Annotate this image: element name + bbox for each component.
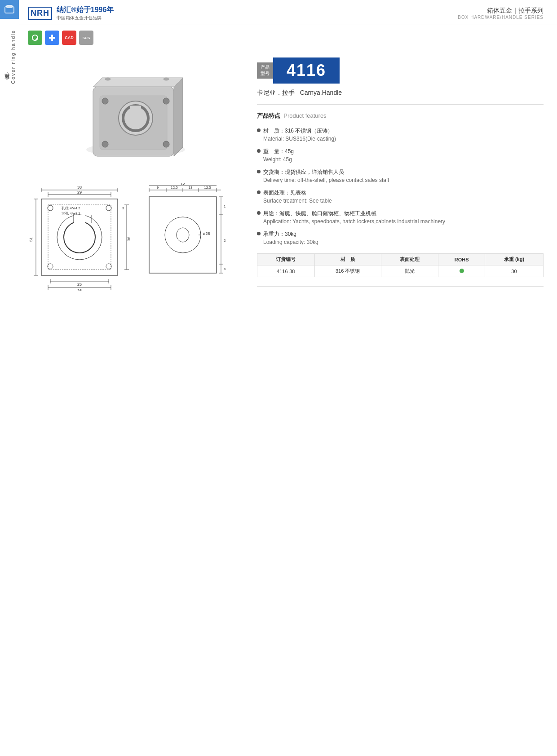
svg-marker-7 <box>174 78 183 156</box>
feature-item-application: 用途：游艇、快艇、舱口储物柜、物柜工业机械 Application: Yacht… <box>257 209 544 225</box>
svg-rect-3 <box>49 37 55 39</box>
col-surface: 表面处理 <box>381 254 438 265</box>
section-title: 产品特点 Product features <box>257 112 544 122</box>
cad-badge[interactable]: CAD <box>62 31 76 45</box>
product-image-svg <box>68 60 203 163</box>
svg-point-37 <box>106 264 111 269</box>
svg-text:ø28: ø28 <box>203 231 210 236</box>
svg-point-30 <box>64 221 95 253</box>
svg-point-17 <box>164 78 169 80</box>
feature-item-delivery: 交货期：现货供应，详洽销售人员 Delivery time: off-the-s… <box>257 168 544 184</box>
header: NRH 纳汇®始于1996年 中国箱体五金开创品牌 箱体五金｜拉手系列 BOX … <box>19 0 557 25</box>
feature-text-application: 用途：游艇、快艇、舱口储物柜、物柜工业机械 Application: Yacht… <box>263 209 445 225</box>
svg-text:沉孔 4*ø8.2: 沉孔 4*ø8.2 <box>62 212 80 216</box>
cad-label: CAD <box>65 35 74 40</box>
svg-text:26: 26 <box>77 288 82 291</box>
header-right: 箱体五金｜拉手系列 BOX HARDWARE/HANDLE SERIES <box>458 7 544 20</box>
svg-text:12.5: 12.5 <box>204 186 211 190</box>
svg-point-34 <box>48 205 53 211</box>
cell-material: 316 不锈钢 <box>314 265 381 277</box>
svg-text:孔径 4*ø4.2: 孔径 4*ø4.2 <box>62 206 80 210</box>
svg-text:12.5: 12.5 <box>171 186 178 190</box>
svg-point-13 <box>163 98 169 104</box>
cell-loading: 30 <box>485 265 543 277</box>
svg-point-15 <box>163 141 169 147</box>
bullet-icon <box>257 128 261 132</box>
bullet-icon <box>257 211 261 215</box>
nrh-logo: NRH <box>28 7 52 20</box>
col-order-number: 订货编号 <box>257 254 315 265</box>
sidebar-top-icon <box>0 0 19 19</box>
feature-list: 材 质：316 不锈钢（压铸） Material: SUS316(Die-cas… <box>257 127 544 246</box>
feature-text-surface: 表面处理：见表格 Surface treatment: See table <box>263 189 332 205</box>
feature-text-loading: 承重力：30kg Loading capacity: 30kg <box>263 230 318 246</box>
svg-point-35 <box>106 205 111 211</box>
svg-text:9: 9 <box>157 186 159 190</box>
feature-item-weight: 重 量：45g Weight: 45g <box>257 147 544 164</box>
svg-point-14 <box>102 141 108 147</box>
svg-text:51: 51 <box>29 237 33 242</box>
svg-text:29: 29 <box>77 190 82 195</box>
product-number: 4116 <box>273 57 340 84</box>
logo-area: NRH 纳汇®始于1996年 中国箱体五金开创品牌 <box>28 5 114 21</box>
svg-text:27.7: 27.7 <box>224 239 225 243</box>
product-left: 38 29 3 <box>28 53 243 294</box>
feature-item-surface: 表面处理：见表格 Surface treatment: See table <box>257 189 544 205</box>
cell-surface: 抛光 <box>381 265 438 277</box>
brand-sub: 中国箱体五金开创品牌 <box>57 15 114 21</box>
product-photo <box>64 57 208 165</box>
cell-order-number: 4116-38 <box>257 265 315 277</box>
col-loading: 承重 (kg) <box>485 254 543 265</box>
svg-point-36 <box>48 264 53 269</box>
feature-item-loading: 承重力：30kg Loading capacity: 30kg <box>257 230 544 246</box>
svg-text:25: 25 <box>77 282 82 287</box>
cell-rohs <box>438 265 485 277</box>
rohs-dot-green <box>460 269 464 273</box>
bullet-icon <box>257 232 261 235</box>
divider-1 <box>257 104 544 105</box>
svg-rect-27 <box>41 199 118 275</box>
svg-text:38: 38 <box>77 185 82 190</box>
sidebar-label: 盖环拉手 Cover ring handle <box>4 30 16 84</box>
svg-text:4.5: 4.5 <box>224 267 225 271</box>
brand-main: 纳汇®始于1996年 <box>57 5 114 15</box>
svg-rect-11 <box>130 106 141 112</box>
svg-point-12 <box>102 98 108 104</box>
feature-item-material: 材 质：316 不锈钢（压铸） Material: SUS316(Die-cas… <box>257 127 544 143</box>
tech-drawing: 38 29 3 <box>28 183 243 291</box>
feature-text-weight: 重 量：45g Weight: 45g <box>263 147 294 164</box>
spec-table: 订货编号 材 质 表面处理 ROHS 承重 (kg) 4116-38 316 不… <box>257 253 544 277</box>
product-name: 卡尼亚．拉手 Carnya.Handle <box>257 89 544 97</box>
svg-point-69 <box>165 217 201 253</box>
col-rohs: ROHS <box>438 254 485 265</box>
bullet-icon <box>257 170 261 173</box>
sus-badge[interactable]: SUS <box>79 31 93 45</box>
brand-text: 纳汇®始于1996年 中国箱体五金开创品牌 <box>57 5 114 21</box>
front-view-svg: 38 29 3 <box>28 183 136 291</box>
svg-text:12.3: 12.3 <box>224 204 225 208</box>
sus-label: SUS <box>83 36 90 40</box>
side-view-svg: 9 12.5 13 12.5 12 <box>145 183 225 291</box>
svg-rect-31 <box>74 215 85 223</box>
col-material: 材 质 <box>314 254 381 265</box>
cross-badge[interactable] <box>45 31 59 45</box>
svg-point-70 <box>177 228 189 242</box>
svg-text:3: 3 <box>122 206 124 210</box>
svg-text:13: 13 <box>189 186 193 190</box>
series-cn: 箱体五金｜拉手系列 <box>458 7 544 15</box>
main-content: NRH 纳汇®始于1996年 中国箱体五金开创品牌 箱体五金｜拉手系列 BOX … <box>19 0 557 303</box>
divider-2 <box>257 286 544 287</box>
feature-text-delivery: 交货期：现货供应，详洽销售人员 Delivery time: off-the-s… <box>263 168 389 184</box>
svg-text:36: 36 <box>127 237 131 241</box>
eco-badge[interactable] <box>28 31 42 45</box>
product-label-box: 产品 型号 <box>257 62 273 79</box>
series-en: BOX HARDWARE/HANDLE SERIES <box>458 15 544 20</box>
product-right: 产品 型号 4116 卡尼亚．拉手 Carnya.Handle 产品特点 Pro… <box>257 53 544 294</box>
icon-row: CAD SUS <box>19 25 557 49</box>
content-area: 38 29 3 <box>19 49 557 303</box>
feature-text-material: 材 质：316 不锈钢（压铸） Material: SUS316(Die-cas… <box>263 127 336 143</box>
svg-text:12: 12 <box>181 183 185 186</box>
product-number-row: 产品 型号 4116 <box>257 57 544 84</box>
svg-point-16 <box>105 78 111 80</box>
bullet-icon <box>257 149 261 153</box>
